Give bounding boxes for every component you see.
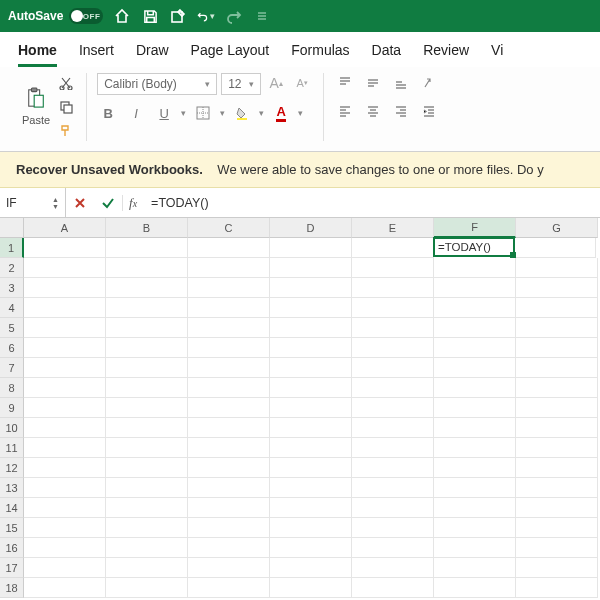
align-bottom-button[interactable]: [390, 73, 412, 93]
overflow-icon[interactable]: [253, 7, 271, 25]
cell[interactable]: [188, 538, 270, 558]
cell[interactable]: [516, 558, 598, 578]
cell[interactable]: [106, 238, 188, 258]
copy-icon[interactable]: [56, 97, 76, 117]
name-box-spinner[interactable]: ▲▼: [52, 196, 59, 210]
cell[interactable]: [24, 498, 106, 518]
cell[interactable]: [24, 478, 106, 498]
cell[interactable]: [270, 518, 352, 538]
row-header[interactable]: 11: [0, 438, 24, 458]
cut-icon[interactable]: [56, 73, 76, 93]
decrease-font-button[interactable]: A▾: [291, 73, 313, 93]
chevron-down-icon[interactable]: ▾: [298, 108, 303, 118]
row-header[interactable]: 16: [0, 538, 24, 558]
column-header[interactable]: B: [106, 218, 188, 238]
cell[interactable]: [434, 278, 516, 298]
cell[interactable]: [270, 478, 352, 498]
cell[interactable]: [516, 398, 598, 418]
column-header[interactable]: E: [352, 218, 434, 238]
font-name-select[interactable]: Calibri (Body) ▾: [97, 73, 217, 95]
cell[interactable]: [352, 358, 434, 378]
autosave-toggle[interactable]: OFF: [69, 8, 103, 24]
fill-handle[interactable]: [510, 252, 516, 258]
cell[interactable]: [516, 478, 598, 498]
cell[interactable]: [24, 458, 106, 478]
chevron-down-icon[interactable]: ▾: [181, 108, 186, 118]
cell[interactable]: [188, 418, 270, 438]
cell[interactable]: [434, 338, 516, 358]
cell[interactable]: [352, 438, 434, 458]
cell[interactable]: [516, 258, 598, 278]
cell[interactable]: [270, 458, 352, 478]
align-top-button[interactable]: [334, 73, 356, 93]
cell[interactable]: [352, 498, 434, 518]
cell[interactable]: [270, 398, 352, 418]
cell[interactable]: [24, 578, 106, 598]
cell[interactable]: [270, 418, 352, 438]
chevron-down-icon[interactable]: ▾: [220, 108, 225, 118]
tab-review[interactable]: Review: [423, 42, 469, 67]
cell[interactable]: [434, 318, 516, 338]
cell[interactable]: [106, 478, 188, 498]
cell[interactable]: [270, 558, 352, 578]
cell[interactable]: [434, 258, 516, 278]
cell[interactable]: [434, 518, 516, 538]
column-header[interactable]: D: [270, 218, 352, 238]
cell[interactable]: [188, 578, 270, 598]
column-header[interactable]: F: [434, 218, 516, 238]
cell[interactable]: [106, 258, 188, 278]
cell[interactable]: [352, 478, 434, 498]
cell[interactable]: [434, 378, 516, 398]
cell[interactable]: [106, 578, 188, 598]
cell[interactable]: [106, 378, 188, 398]
cell[interactable]: [106, 298, 188, 318]
cell[interactable]: [352, 258, 434, 278]
chevron-down-icon[interactable]: ▾: [259, 108, 264, 118]
cell[interactable]: [188, 258, 270, 278]
paste-icon[interactable]: [26, 88, 46, 108]
tab-data[interactable]: Data: [372, 42, 402, 67]
cell[interactable]: [188, 238, 270, 258]
cell[interactable]: [188, 338, 270, 358]
cell[interactable]: [270, 358, 352, 378]
cell[interactable]: [24, 398, 106, 418]
row-header[interactable]: 14: [0, 498, 24, 518]
cell[interactable]: [434, 558, 516, 578]
cell[interactable]: [434, 578, 516, 598]
cell[interactable]: [270, 298, 352, 318]
cell[interactable]: [352, 538, 434, 558]
cell[interactable]: [188, 358, 270, 378]
cell[interactable]: [106, 318, 188, 338]
cell[interactable]: [270, 338, 352, 358]
formula-input[interactable]: =TODAY(): [143, 196, 600, 210]
bold-button[interactable]: B: [97, 103, 119, 123]
cell[interactable]: [24, 438, 106, 458]
cell[interactable]: [106, 398, 188, 418]
cell[interactable]: [516, 358, 598, 378]
cell[interactable]: [352, 458, 434, 478]
cell[interactable]: [516, 338, 598, 358]
cell[interactable]: [516, 438, 598, 458]
cell[interactable]: [106, 278, 188, 298]
cell[interactable]: [516, 498, 598, 518]
edit-icon[interactable]: [169, 7, 187, 25]
cell[interactable]: =TODAY(): [433, 237, 515, 257]
cell[interactable]: [270, 238, 352, 258]
row-header[interactable]: 1: [0, 238, 24, 258]
row-header[interactable]: 17: [0, 558, 24, 578]
cell[interactable]: [106, 418, 188, 438]
indent-button[interactable]: [418, 101, 440, 121]
cell[interactable]: [434, 498, 516, 518]
row-header[interactable]: 8: [0, 378, 24, 398]
cell[interactable]: [516, 278, 598, 298]
cell[interactable]: [188, 298, 270, 318]
cell[interactable]: [516, 298, 598, 318]
home-icon[interactable]: [113, 7, 131, 25]
undo-icon[interactable]: ▾: [197, 7, 215, 25]
row-header[interactable]: 5: [0, 318, 24, 338]
row-header[interactable]: 4: [0, 298, 24, 318]
cell[interactable]: [352, 298, 434, 318]
cell[interactable]: [188, 498, 270, 518]
cell[interactable]: [106, 538, 188, 558]
save-icon[interactable]: [141, 7, 159, 25]
